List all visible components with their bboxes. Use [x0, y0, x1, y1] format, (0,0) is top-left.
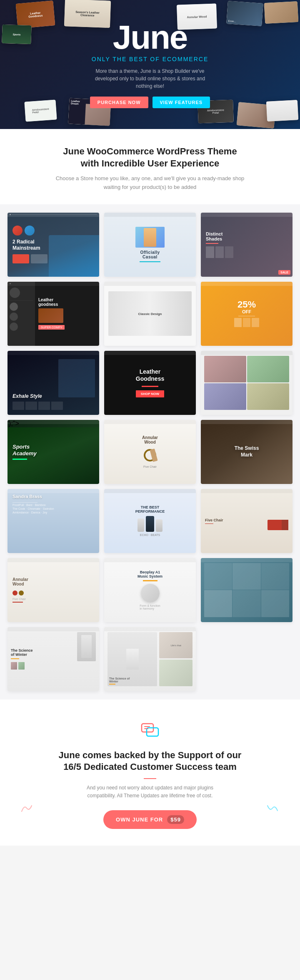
purchase-button[interactable]: PURCHASE NOW: [90, 97, 148, 108]
hero-buttons: PURCHASE NOW VIEW FEATURES: [90, 97, 210, 108]
demo-leather-goodness-dark[interactable]: LeatherGoodness SHOP NOW: [104, 351, 196, 415]
hero-section: LeatherGoodness Season's LeatherClearanc…: [0, 0, 300, 129]
support-description: And you need not worry about updates and…: [83, 784, 217, 800]
intro-section: June WooCommerce WordPress Themewith Inc…: [0, 129, 300, 204]
demo-shades[interactable]: DistinctShades SALE: [201, 213, 292, 277]
demo-fashion-unknown[interactable]: [201, 351, 292, 415]
support-title: June comes backed by the Support of our1…: [33, 749, 267, 773]
hero-subtitle: Only the Best of eCommerce: [90, 56, 210, 62]
features-button[interactable]: VIEW FEATURES: [152, 97, 210, 108]
demo-leather-goodness[interactable]: Leathergoodness SUPER COMFY: [8, 282, 99, 346]
demo-five-chair[interactable]: Five Chair: [201, 489, 292, 553]
demo-casual[interactable]: OfficiallyCasual: [104, 213, 196, 277]
demo-sports-academy[interactable]: ');"> SportsAcademy: [8, 420, 99, 484]
support-section: June comes backed by the Support of our1…: [0, 700, 300, 846]
price-badge: $59: [167, 815, 184, 824]
hero-description: More than a theme, June is a Shop Builde…: [92, 67, 208, 90]
support-divider: [144, 778, 156, 779]
intro-description: Choose a Store home you like, any one, a…: [33, 174, 267, 192]
hero-content: June Only the Best of eCommerce More tha…: [90, 21, 210, 108]
deco-squiggle-right: [267, 804, 279, 812]
intro-title: June WooCommerce WordPress Themewith Inc…: [33, 146, 267, 169]
demo-annular-wood-2[interactable]: AnnularWood Five Chair: [8, 558, 99, 622]
buy-button[interactable]: OWN JUNE FOR $59: [103, 810, 197, 829]
demo-best-performance[interactable]: THE BESTPERFORMANCE ECHO · BEATS: [104, 489, 196, 553]
demo-science-winter-1[interactable]: The Scienceof Winter: [8, 627, 99, 691]
support-icon: [140, 720, 160, 741]
demo-beoplay[interactable]: Beoplay A1Music System Form & functionin…: [104, 558, 196, 622]
demos-section: 2 RadicalMainstream OfficiallyCasual: [0, 204, 300, 700]
demo-exhale-style[interactable]: Exhale Style: [8, 351, 99, 415]
demo-science-winter-2[interactable]: The Science ofWinter Life's that: [104, 627, 196, 691]
buy-button-label: OWN JUNE FOR: [116, 816, 163, 823]
demo-swiss-mark[interactable]: The SwissMark: [201, 420, 292, 484]
demo-discount[interactable]: 25% OFF: [201, 282, 292, 346]
hero-title: June: [90, 21, 210, 54]
deco-squiggle-left: [21, 804, 33, 812]
demo-radical[interactable]: 2 RadicalMainstream: [8, 213, 99, 277]
demo-sandra-brass[interactable]: Sandra Brass FrostFull · Bare · Bamboo T…: [8, 489, 99, 553]
demo-mid-style[interactable]: Classic Design: [104, 282, 196, 346]
demo-tiles[interactable]: [201, 558, 292, 622]
demo-annular-wood[interactable]: AnnularWood Five Chair: [104, 420, 196, 484]
demos-grid: 2 RadicalMainstream OfficiallyCasual: [8, 213, 292, 691]
